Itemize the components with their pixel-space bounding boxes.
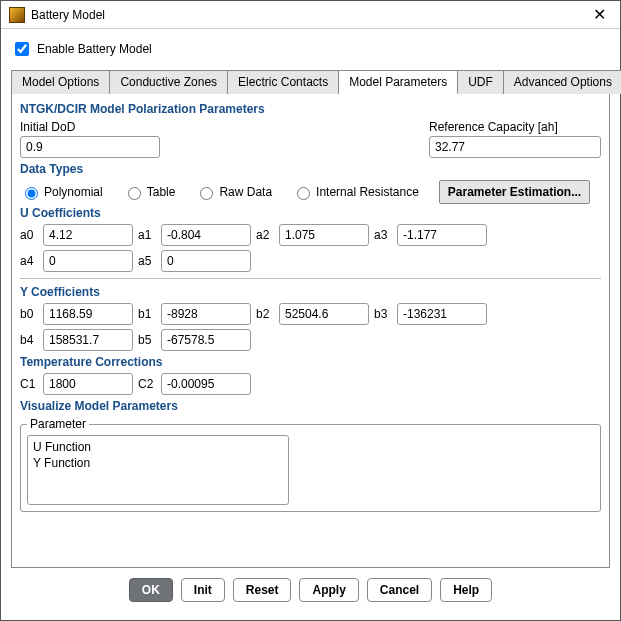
window-title: Battery Model [31, 8, 105, 22]
radio-raw-data[interactable]: Raw Data [195, 184, 272, 200]
b4-input[interactable] [43, 329, 133, 351]
reset-button[interactable]: Reset [233, 578, 292, 602]
a2-label: a2 [256, 228, 274, 242]
heading-data-types: Data Types [20, 162, 601, 176]
enable-checkbox-label: Enable Battery Model [37, 42, 152, 56]
radio-internal-resistance[interactable]: Internal Resistance [292, 184, 419, 200]
heading-visualize: Visualize Model Parameters [20, 399, 601, 413]
app-icon [9, 7, 25, 23]
a0-label: a0 [20, 228, 38, 242]
c1-input[interactable] [43, 373, 133, 395]
c2-input[interactable] [161, 373, 251, 395]
b3-input[interactable] [397, 303, 487, 325]
c2-label: C2 [138, 377, 156, 391]
b0-label: b0 [20, 307, 38, 321]
a5-input[interactable] [161, 250, 251, 272]
a0-input[interactable] [43, 224, 133, 246]
apply-button[interactable]: Apply [299, 578, 358, 602]
b2-input[interactable] [279, 303, 369, 325]
model-parameters-panel: NTGK/DCIR Model Polarization Parameters … [11, 94, 610, 568]
tab-model-options[interactable]: Model Options [11, 70, 110, 94]
b4-label: b4 [20, 333, 38, 347]
b2-label: b2 [256, 307, 274, 321]
cancel-button[interactable]: Cancel [367, 578, 432, 602]
close-icon[interactable]: ✕ [587, 3, 612, 26]
b5-label: b5 [138, 333, 156, 347]
list-item[interactable]: U Function [33, 439, 283, 455]
b1-input[interactable] [161, 303, 251, 325]
ok-button[interactable]: OK [129, 578, 173, 602]
tab-model-parameters[interactable]: Model Parameters [339, 70, 458, 94]
help-button[interactable]: Help [440, 578, 492, 602]
radio-polynomial[interactable]: Polynomial [20, 184, 103, 200]
b3-label: b3 [374, 307, 392, 321]
a5-label: a5 [138, 254, 156, 268]
enable-battery-model-checkbox[interactable]: Enable Battery Model [11, 39, 610, 59]
a3-label: a3 [374, 228, 392, 242]
tab-electric-contacts[interactable]: Electric Contacts [228, 70, 339, 94]
ref-capacity-input[interactable] [429, 136, 601, 158]
list-item[interactable]: Y Function [33, 455, 283, 471]
heading-y-coeffs: Y Coefficients [20, 285, 601, 299]
a1-label: a1 [138, 228, 156, 242]
b1-label: b1 [138, 307, 156, 321]
a3-input[interactable] [397, 224, 487, 246]
titlebar: Battery Model ✕ [1, 1, 620, 29]
b0-input[interactable] [43, 303, 133, 325]
tab-conductive-zones[interactable]: Conductive Zones [110, 70, 228, 94]
a4-input[interactable] [43, 250, 133, 272]
heading-polarization: NTGK/DCIR Model Polarization Parameters [20, 102, 601, 116]
init-button[interactable]: Init [181, 578, 225, 602]
c1-label: C1 [20, 377, 38, 391]
tab-udf[interactable]: UDF [458, 70, 504, 94]
tab-bar: Model Options Conductive Zones Electric … [11, 69, 610, 94]
parameter-estimation-button[interactable]: Parameter Estimation... [439, 180, 590, 204]
ref-capacity-label: Reference Capacity [ah] [429, 120, 601, 134]
tab-advanced-options[interactable]: Advanced Options [504, 70, 621, 94]
heading-temp-corr: Temperature Corrections [20, 355, 601, 369]
enable-checkbox-input[interactable] [15, 42, 29, 56]
visualize-listbox[interactable]: U Function Y Function [27, 435, 289, 505]
initial-dod-input[interactable] [20, 136, 160, 158]
initial-dod-label: Initial DoD [20, 120, 160, 134]
a2-input[interactable] [279, 224, 369, 246]
b5-input[interactable] [161, 329, 251, 351]
heading-u-coeffs: U Coefficients [20, 206, 601, 220]
visualize-legend: Parameter [27, 417, 89, 431]
battery-model-window: Battery Model ✕ Enable Battery Model Mod… [0, 0, 621, 621]
a4-label: a4 [20, 254, 38, 268]
visualize-fieldset: Parameter U Function Y Function [20, 417, 601, 512]
radio-table[interactable]: Table [123, 184, 176, 200]
a1-input[interactable] [161, 224, 251, 246]
separator [20, 278, 601, 279]
button-bar: OK Init Reset Apply Cancel Help [11, 568, 610, 614]
